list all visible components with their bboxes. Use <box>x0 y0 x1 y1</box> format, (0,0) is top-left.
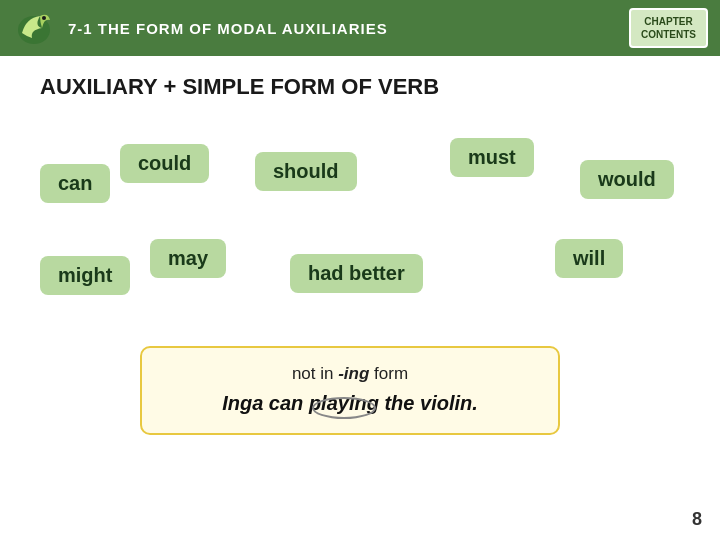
note-box: not in -ing form Inga can playing the vi… <box>140 346 560 435</box>
note-line2: Inga can playing the violin. <box>166 392 534 415</box>
svg-point-1 <box>42 16 46 20</box>
pill-can: can <box>40 164 110 203</box>
playing-highlight: playing <box>309 392 379 415</box>
header: 7-1 THE FORM OF MODAL AUXILIARIES CHAPTE… <box>0 0 720 56</box>
note-line1: not in -ing form <box>166 364 534 384</box>
main-content: AUXILIARY + SIMPLE FORM OF VERB can coul… <box>0 56 720 132</box>
chapter-contents-button[interactable]: CHAPTER CONTENTS <box>629 8 708 48</box>
pill-will: will <box>555 239 623 278</box>
pill-should: should <box>255 152 357 191</box>
pill-could: could <box>120 144 209 183</box>
pill-must: must <box>450 138 534 177</box>
header-title: 7-1 THE FORM OF MODAL AUXILIARIES <box>68 20 388 37</box>
bird-logo <box>12 8 56 48</box>
pill-might: might <box>40 256 130 295</box>
page-number: 8 <box>692 509 702 530</box>
pill-would: would <box>580 160 674 199</box>
pill-had-better: had better <box>290 254 423 293</box>
pill-may: may <box>150 239 226 278</box>
subtitle: AUXILIARY + SIMPLE FORM OF VERB <box>40 74 680 100</box>
